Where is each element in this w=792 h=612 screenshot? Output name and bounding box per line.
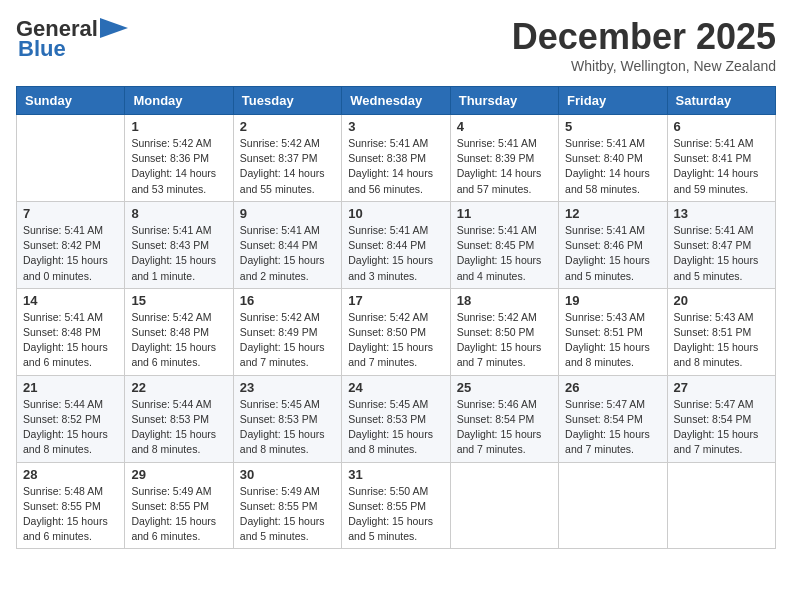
calendar-cell: 3Sunrise: 5:41 AM Sunset: 8:38 PM Daylig… (342, 115, 450, 202)
calendar-cell: 4Sunrise: 5:41 AM Sunset: 8:39 PM Daylig… (450, 115, 558, 202)
calendar-cell: 15Sunrise: 5:42 AM Sunset: 8:48 PM Dayli… (125, 288, 233, 375)
calendar-cell: 26Sunrise: 5:47 AM Sunset: 8:54 PM Dayli… (559, 375, 667, 462)
svg-marker-0 (100, 18, 128, 38)
location: Whitby, Wellington, New Zealand (512, 58, 776, 74)
calendar-cell: 28Sunrise: 5:48 AM Sunset: 8:55 PM Dayli… (17, 462, 125, 549)
calendar-cell (559, 462, 667, 549)
title-section: December 2025 Whitby, Wellington, New Ze… (512, 16, 776, 74)
day-info: Sunrise: 5:41 AM Sunset: 8:46 PM Dayligh… (565, 223, 660, 284)
day-number: 6 (674, 119, 769, 134)
day-info: Sunrise: 5:41 AM Sunset: 8:45 PM Dayligh… (457, 223, 552, 284)
calendar-cell: 23Sunrise: 5:45 AM Sunset: 8:53 PM Dayli… (233, 375, 341, 462)
day-info: Sunrise: 5:41 AM Sunset: 8:44 PM Dayligh… (348, 223, 443, 284)
calendar-cell: 9Sunrise: 5:41 AM Sunset: 8:44 PM Daylig… (233, 201, 341, 288)
day-info: Sunrise: 5:41 AM Sunset: 8:41 PM Dayligh… (674, 136, 769, 197)
day-number: 26 (565, 380, 660, 395)
day-number: 28 (23, 467, 118, 482)
calendar-header-thursday: Thursday (450, 87, 558, 115)
day-number: 18 (457, 293, 552, 308)
calendar-cell: 19Sunrise: 5:43 AM Sunset: 8:51 PM Dayli… (559, 288, 667, 375)
calendar-week-row: 21Sunrise: 5:44 AM Sunset: 8:52 PM Dayli… (17, 375, 776, 462)
day-number: 14 (23, 293, 118, 308)
day-info: Sunrise: 5:47 AM Sunset: 8:54 PM Dayligh… (565, 397, 660, 458)
logo-blue: Blue (18, 36, 66, 62)
calendar-cell: 6Sunrise: 5:41 AM Sunset: 8:41 PM Daylig… (667, 115, 775, 202)
calendar-header-sunday: Sunday (17, 87, 125, 115)
day-info: Sunrise: 5:43 AM Sunset: 8:51 PM Dayligh… (565, 310, 660, 371)
calendar-cell: 22Sunrise: 5:44 AM Sunset: 8:53 PM Dayli… (125, 375, 233, 462)
calendar-cell: 11Sunrise: 5:41 AM Sunset: 8:45 PM Dayli… (450, 201, 558, 288)
day-info: Sunrise: 5:44 AM Sunset: 8:53 PM Dayligh… (131, 397, 226, 458)
calendar-header-friday: Friday (559, 87, 667, 115)
logo: General Blue (16, 16, 130, 62)
day-number: 12 (565, 206, 660, 221)
day-number: 2 (240, 119, 335, 134)
day-info: Sunrise: 5:50 AM Sunset: 8:55 PM Dayligh… (348, 484, 443, 545)
day-info: Sunrise: 5:42 AM Sunset: 8:50 PM Dayligh… (457, 310, 552, 371)
day-info: Sunrise: 5:46 AM Sunset: 8:54 PM Dayligh… (457, 397, 552, 458)
calendar-cell (667, 462, 775, 549)
day-number: 23 (240, 380, 335, 395)
calendar-cell: 2Sunrise: 5:42 AM Sunset: 8:37 PM Daylig… (233, 115, 341, 202)
day-number: 16 (240, 293, 335, 308)
calendar-cell (17, 115, 125, 202)
day-info: Sunrise: 5:41 AM Sunset: 8:38 PM Dayligh… (348, 136, 443, 197)
calendar-cell: 10Sunrise: 5:41 AM Sunset: 8:44 PM Dayli… (342, 201, 450, 288)
calendar-table: SundayMondayTuesdayWednesdayThursdayFrid… (16, 86, 776, 549)
day-info: Sunrise: 5:42 AM Sunset: 8:49 PM Dayligh… (240, 310, 335, 371)
day-number: 17 (348, 293, 443, 308)
day-info: Sunrise: 5:45 AM Sunset: 8:53 PM Dayligh… (348, 397, 443, 458)
calendar-cell: 20Sunrise: 5:43 AM Sunset: 8:51 PM Dayli… (667, 288, 775, 375)
day-info: Sunrise: 5:48 AM Sunset: 8:55 PM Dayligh… (23, 484, 118, 545)
calendar-header-saturday: Saturday (667, 87, 775, 115)
month-title: December 2025 (512, 16, 776, 58)
day-number: 15 (131, 293, 226, 308)
calendar-cell: 18Sunrise: 5:42 AM Sunset: 8:50 PM Dayli… (450, 288, 558, 375)
day-info: Sunrise: 5:41 AM Sunset: 8:42 PM Dayligh… (23, 223, 118, 284)
day-info: Sunrise: 5:41 AM Sunset: 8:39 PM Dayligh… (457, 136, 552, 197)
day-number: 13 (674, 206, 769, 221)
day-info: Sunrise: 5:41 AM Sunset: 8:47 PM Dayligh… (674, 223, 769, 284)
day-number: 21 (23, 380, 118, 395)
day-number: 22 (131, 380, 226, 395)
day-info: Sunrise: 5:44 AM Sunset: 8:52 PM Dayligh… (23, 397, 118, 458)
day-number: 24 (348, 380, 443, 395)
day-info: Sunrise: 5:43 AM Sunset: 8:51 PM Dayligh… (674, 310, 769, 371)
day-number: 19 (565, 293, 660, 308)
calendar-week-row: 28Sunrise: 5:48 AM Sunset: 8:55 PM Dayli… (17, 462, 776, 549)
calendar-cell: 21Sunrise: 5:44 AM Sunset: 8:52 PM Dayli… (17, 375, 125, 462)
calendar-cell: 17Sunrise: 5:42 AM Sunset: 8:50 PM Dayli… (342, 288, 450, 375)
calendar-week-row: 1Sunrise: 5:42 AM Sunset: 8:36 PM Daylig… (17, 115, 776, 202)
logo-flag-icon (100, 18, 130, 40)
day-info: Sunrise: 5:49 AM Sunset: 8:55 PM Dayligh… (240, 484, 335, 545)
day-info: Sunrise: 5:42 AM Sunset: 8:50 PM Dayligh… (348, 310, 443, 371)
day-info: Sunrise: 5:47 AM Sunset: 8:54 PM Dayligh… (674, 397, 769, 458)
calendar-header-wednesday: Wednesday (342, 87, 450, 115)
calendar-cell: 25Sunrise: 5:46 AM Sunset: 8:54 PM Dayli… (450, 375, 558, 462)
day-number: 25 (457, 380, 552, 395)
day-info: Sunrise: 5:42 AM Sunset: 8:37 PM Dayligh… (240, 136, 335, 197)
day-number: 1 (131, 119, 226, 134)
calendar-cell: 24Sunrise: 5:45 AM Sunset: 8:53 PM Dayli… (342, 375, 450, 462)
calendar-cell: 31Sunrise: 5:50 AM Sunset: 8:55 PM Dayli… (342, 462, 450, 549)
day-number: 5 (565, 119, 660, 134)
day-number: 7 (23, 206, 118, 221)
calendar-week-row: 14Sunrise: 5:41 AM Sunset: 8:48 PM Dayli… (17, 288, 776, 375)
day-info: Sunrise: 5:41 AM Sunset: 8:40 PM Dayligh… (565, 136, 660, 197)
day-info: Sunrise: 5:41 AM Sunset: 8:48 PM Dayligh… (23, 310, 118, 371)
day-number: 4 (457, 119, 552, 134)
day-info: Sunrise: 5:42 AM Sunset: 8:48 PM Dayligh… (131, 310, 226, 371)
day-info: Sunrise: 5:45 AM Sunset: 8:53 PM Dayligh… (240, 397, 335, 458)
day-info: Sunrise: 5:42 AM Sunset: 8:36 PM Dayligh… (131, 136, 226, 197)
calendar-cell: 27Sunrise: 5:47 AM Sunset: 8:54 PM Dayli… (667, 375, 775, 462)
calendar-cell: 13Sunrise: 5:41 AM Sunset: 8:47 PM Dayli… (667, 201, 775, 288)
day-number: 30 (240, 467, 335, 482)
page-header: General Blue December 2025 Whitby, Welli… (16, 16, 776, 74)
calendar-cell: 5Sunrise: 5:41 AM Sunset: 8:40 PM Daylig… (559, 115, 667, 202)
calendar-header-row: SundayMondayTuesdayWednesdayThursdayFrid… (17, 87, 776, 115)
day-number: 11 (457, 206, 552, 221)
day-number: 29 (131, 467, 226, 482)
day-info: Sunrise: 5:41 AM Sunset: 8:43 PM Dayligh… (131, 223, 226, 284)
calendar-cell: 7Sunrise: 5:41 AM Sunset: 8:42 PM Daylig… (17, 201, 125, 288)
calendar-header-monday: Monday (125, 87, 233, 115)
